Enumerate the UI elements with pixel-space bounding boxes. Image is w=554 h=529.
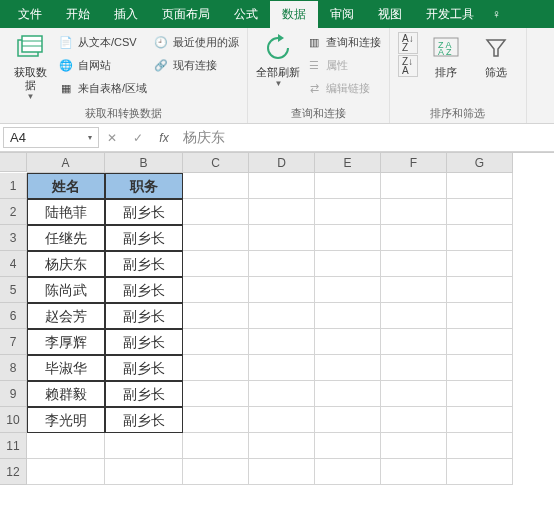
cell-G3[interactable]	[447, 225, 513, 251]
cell-E4[interactable]	[315, 251, 381, 277]
existing-connections-button[interactable]: 🔗现有连接	[153, 55, 239, 75]
cell-D8[interactable]	[249, 355, 315, 381]
tab-审阅[interactable]: 审阅	[318, 1, 366, 28]
sort-button[interactable]: Z AA Z 排序	[424, 32, 468, 79]
tab-视图[interactable]: 视图	[366, 1, 414, 28]
cell-A10[interactable]: 李光明	[27, 407, 105, 433]
tell-me-icon[interactable]: ♀	[492, 7, 501, 21]
sort-asc-button[interactable]: A↓Z	[398, 32, 418, 54]
row-header-4[interactable]: 4	[0, 251, 27, 277]
cell-F11[interactable]	[381, 433, 447, 459]
enter-icon[interactable]: ✓	[125, 131, 151, 145]
cell-F3[interactable]	[381, 225, 447, 251]
cell-D10[interactable]	[249, 407, 315, 433]
cell-C11[interactable]	[183, 433, 249, 459]
cell-B1[interactable]: 职务	[105, 173, 183, 199]
cell-F5[interactable]	[381, 277, 447, 303]
row-header-9[interactable]: 9	[0, 381, 27, 407]
cell-B9[interactable]: 副乡长	[105, 381, 183, 407]
cell-B2[interactable]: 副乡长	[105, 199, 183, 225]
cell-C12[interactable]	[183, 459, 249, 485]
formula-value[interactable]: 杨庆东	[177, 129, 554, 147]
cell-D6[interactable]	[249, 303, 315, 329]
cell-E7[interactable]	[315, 329, 381, 355]
cell-F1[interactable]	[381, 173, 447, 199]
from-web-button[interactable]: 🌐自网站	[58, 55, 147, 75]
cell-G11[interactable]	[447, 433, 513, 459]
cell-A9[interactable]: 赖群毅	[27, 381, 105, 407]
cell-E6[interactable]	[315, 303, 381, 329]
col-header-G[interactable]: G	[447, 153, 513, 173]
cell-B10[interactable]: 副乡长	[105, 407, 183, 433]
cell-A7[interactable]: 李厚辉	[27, 329, 105, 355]
row-header-10[interactable]: 10	[0, 407, 27, 433]
cancel-icon[interactable]: ✕	[99, 131, 125, 145]
cell-G10[interactable]	[447, 407, 513, 433]
cell-G2[interactable]	[447, 199, 513, 225]
cell-E3[interactable]	[315, 225, 381, 251]
cell-F10[interactable]	[381, 407, 447, 433]
cell-B12[interactable]	[105, 459, 183, 485]
cell-F7[interactable]	[381, 329, 447, 355]
cell-C9[interactable]	[183, 381, 249, 407]
queries-connections-button[interactable]: ▥查询和连接	[306, 32, 381, 52]
cell-A12[interactable]	[27, 459, 105, 485]
tab-开发工具[interactable]: 开发工具	[414, 1, 486, 28]
cell-C6[interactable]	[183, 303, 249, 329]
cell-B7[interactable]: 副乡长	[105, 329, 183, 355]
cell-B5[interactable]: 副乡长	[105, 277, 183, 303]
cell-E11[interactable]	[315, 433, 381, 459]
cell-E5[interactable]	[315, 277, 381, 303]
cell-B11[interactable]	[105, 433, 183, 459]
cell-A11[interactable]	[27, 433, 105, 459]
cell-E1[interactable]	[315, 173, 381, 199]
cell-D11[interactable]	[249, 433, 315, 459]
cell-D7[interactable]	[249, 329, 315, 355]
fx-icon[interactable]: fx	[151, 131, 177, 145]
cell-G7[interactable]	[447, 329, 513, 355]
from-text-csv-button[interactable]: 📄从文本/CSV	[58, 32, 147, 52]
cell-D5[interactable]	[249, 277, 315, 303]
select-all-corner[interactable]	[0, 152, 27, 172]
cell-G1[interactable]	[447, 173, 513, 199]
edit-links-button[interactable]: ⇄编辑链接	[306, 78, 381, 98]
cell-G6[interactable]	[447, 303, 513, 329]
cell-F9[interactable]	[381, 381, 447, 407]
cell-G9[interactable]	[447, 381, 513, 407]
filter-button[interactable]: 筛选	[474, 32, 518, 79]
cell-C10[interactable]	[183, 407, 249, 433]
cell-G4[interactable]	[447, 251, 513, 277]
row-header-6[interactable]: 6	[0, 303, 27, 329]
cell-F4[interactable]	[381, 251, 447, 277]
cell-A5[interactable]: 陈尚武	[27, 277, 105, 303]
tab-开始[interactable]: 开始	[54, 1, 102, 28]
sort-desc-button[interactable]: Z↓A	[398, 55, 418, 77]
tab-数据[interactable]: 数据	[270, 1, 318, 28]
cell-A8[interactable]: 毕淑华	[27, 355, 105, 381]
cell-F8[interactable]	[381, 355, 447, 381]
cell-C4[interactable]	[183, 251, 249, 277]
cell-B6[interactable]: 副乡长	[105, 303, 183, 329]
tab-公式[interactable]: 公式	[222, 1, 270, 28]
cell-D3[interactable]	[249, 225, 315, 251]
row-header-5[interactable]: 5	[0, 277, 27, 303]
tab-页面布局[interactable]: 页面布局	[150, 1, 222, 28]
cell-E12[interactable]	[315, 459, 381, 485]
cell-F12[interactable]	[381, 459, 447, 485]
cell-D4[interactable]	[249, 251, 315, 277]
cell-B4[interactable]: 副乡长	[105, 251, 183, 277]
get-data-button[interactable]: 获取数 据 ▼	[8, 32, 52, 101]
cell-D1[interactable]	[249, 173, 315, 199]
cell-B3[interactable]: 副乡长	[105, 225, 183, 251]
refresh-all-button[interactable]: 全部刷新 ▼	[256, 32, 300, 88]
cell-E8[interactable]	[315, 355, 381, 381]
tab-插入[interactable]: 插入	[102, 1, 150, 28]
cell-F6[interactable]	[381, 303, 447, 329]
col-header-B[interactable]: B	[105, 153, 183, 173]
cell-D2[interactable]	[249, 199, 315, 225]
cell-A3[interactable]: 任继先	[27, 225, 105, 251]
properties-button[interactable]: ☰属性	[306, 55, 381, 75]
cell-G5[interactable]	[447, 277, 513, 303]
from-table-button[interactable]: ▦来自表格/区域	[58, 78, 147, 98]
cell-F2[interactable]	[381, 199, 447, 225]
